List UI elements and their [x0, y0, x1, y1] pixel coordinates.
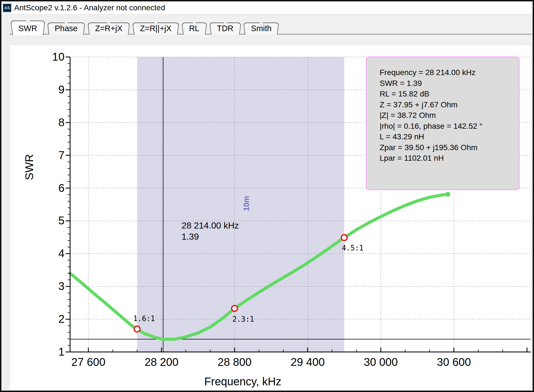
info-swr: SWR = 1.39 [380, 78, 513, 89]
tab-label: TDR [210, 23, 241, 34]
info-frequency: Frequency = 28 214.00 kHz [380, 67, 513, 78]
tab-label: SWR [11, 21, 44, 34]
info-z-abs: |Z| = 38.72 Ohm [380, 110, 513, 121]
tab-bar: SWR Phase Z=R+jX Z=R||+jX RL TDR Smith [11, 21, 282, 34]
info-rl: RL = 15.82 dB [380, 89, 513, 100]
info-z: Z = 37.95 + j7.67 Ohm [380, 100, 513, 110]
title-bar: AS AntScope2 v.1.2.6 - Analyzer not conn… [1, 1, 533, 14]
tab-label: RL [182, 23, 207, 34]
tab-swr[interactable]: SWR [11, 21, 44, 34]
tab-tdr[interactable]: TDR [210, 23, 241, 34]
tab-label: Z=R+jX [88, 23, 130, 34]
app-window: AS AntScope2 v.1.2.6 - Analyzer not conn… [0, 0, 534, 392]
tab-label: Z=R||+jX [133, 23, 179, 34]
tab-smith[interactable]: Smith [244, 23, 279, 34]
window-title: AntScope2 v.1.2.6 - Analyzer not connect… [14, 3, 165, 12]
info-zpar: Zpar = 39.50 + j195.36 Ohm [380, 142, 513, 153]
info-l: L = 43.29 nH [380, 132, 513, 142]
tab-rl[interactable]: RL [182, 23, 207, 34]
tab-phase[interactable]: Phase [48, 23, 85, 34]
app-icon: AS [3, 4, 11, 12]
measurement-info-box: Frequency = 28 214.00 kHz SWR = 1.39 RL … [366, 56, 520, 190]
tab-z-series[interactable]: Z=R+jX [88, 23, 130, 34]
tab-z-parallel[interactable]: Z=R||+jX [133, 23, 179, 34]
info-lpar: Lpar = 1102.01 nH [380, 153, 513, 164]
tab-label: Smith [244, 23, 279, 34]
tab-label: Phase [48, 23, 85, 34]
info-rho-phase: |rho| = 0.16, phase = 142.52 ° [380, 121, 513, 132]
